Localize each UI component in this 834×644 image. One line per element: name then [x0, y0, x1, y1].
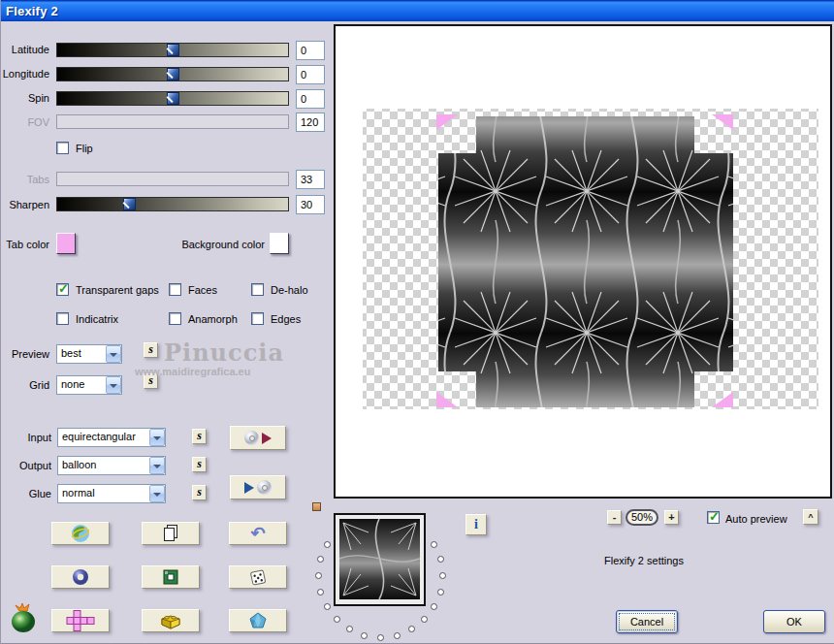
output-settings-button[interactable]: s: [192, 457, 207, 472]
planet-button[interactable]: [51, 522, 110, 545]
lego-brick-icon: [159, 611, 182, 630]
output-dropdown[interactable]: balloon: [57, 456, 166, 475]
zoom-level[interactable]: 50%: [626, 509, 658, 526]
indicatrix-checkbox[interactable]: [56, 312, 69, 325]
flexify-dialog: Flexify 2 Latitude 0 Longitude 0 Spin 0 …: [0, 0, 834, 644]
background-color-label: Background color: [174, 239, 265, 251]
latitude-slider-thumb[interactable]: [167, 44, 179, 56]
latitude-value[interactable]: 0: [296, 41, 325, 60]
lego-button[interactable]: [142, 609, 200, 632]
longitude-slider[interactable]: [56, 67, 289, 81]
glue-settings-button[interactable]: s: [192, 485, 207, 500]
titlebar[interactable]: Flexify 2: [1, 0, 834, 21]
dial-dot: [377, 634, 384, 641]
random-button[interactable]: [229, 565, 287, 589]
auto-preview-checkbox[interactable]: [707, 511, 720, 524]
input-dropdown-value: equirectangular: [62, 431, 136, 442]
output-dropdown-label: Output: [1, 460, 51, 472]
chevron-down-icon[interactable]: [106, 376, 121, 394]
background-color-swatch[interactable]: [270, 233, 289, 254]
ring-button[interactable]: [51, 565, 110, 589]
longitude-slider-thumb[interactable]: [167, 68, 179, 80]
preview-settings-button[interactable]: s: [144, 342, 158, 358]
status-text: Flexify 2 settings: [604, 555, 684, 566]
longitude-label: Longitude: [1, 68, 49, 80]
tabs-label: Tabs: [1, 174, 49, 186]
undo-button[interactable]: ↶: [229, 522, 287, 545]
spin-slider[interactable]: [56, 91, 289, 106]
transparent-gaps-checkbox[interactable]: [56, 283, 69, 296]
anamorph-label: Anamorph: [188, 313, 238, 326]
input-settings-button[interactable]: s: [192, 429, 207, 444]
anamorph-checkbox[interactable]: [169, 312, 181, 325]
faces-checkbox[interactable]: [169, 283, 181, 296]
ok-button[interactable]: OK: [763, 610, 825, 633]
preview-dropdown[interactable]: best: [56, 344, 122, 364]
chevron-down-icon[interactable]: [106, 345, 121, 363]
grid-dropdown-value: none: [61, 378, 84, 390]
unfolded-cube-icon: [66, 609, 95, 632]
dial-dot: [394, 632, 401, 639]
preview-dropdown-label: Preview: [1, 348, 49, 361]
window-title: Flexify 2: [6, 4, 58, 18]
sharpen-slider[interactable]: [56, 197, 289, 211]
glue-dropdown-value: normal: [62, 487, 95, 499]
flaming-pear-logo: [7, 601, 42, 636]
transparent-gaps-label: Transparent gaps: [76, 284, 159, 297]
dial-dot: [437, 556, 444, 563]
dial-dot: [431, 603, 437, 610]
zoom-out-button[interactable]: -: [607, 510, 622, 525]
tab-color-swatch[interactable]: [56, 233, 76, 254]
dial-dot: [334, 616, 340, 623]
dehalo-checkbox[interactable]: [251, 283, 264, 296]
unfold-button[interactable]: [51, 609, 110, 632]
spin-value[interactable]: 0: [296, 89, 325, 109]
chevron-down-icon[interactable]: [149, 457, 165, 474]
dial-dot: [315, 572, 322, 579]
disc-icon: [244, 431, 259, 445]
chevron-down-icon[interactable]: [149, 429, 165, 446]
sharpen-value[interactable]: 30: [296, 195, 325, 214]
zoom-in-button[interactable]: +: [664, 510, 679, 525]
info-button[interactable]: i: [465, 514, 487, 535]
glue-dropdown[interactable]: normal: [57, 484, 166, 503]
edges-checkbox[interactable]: [251, 312, 264, 325]
dial-dot: [408, 626, 415, 632]
save-image-button[interactable]: [230, 475, 286, 499]
watermark-site: www.maidiregrafica.eu: [135, 366, 250, 377]
preview-canvas[interactable]: [334, 24, 832, 499]
longitude-value[interactable]: 0: [296, 65, 325, 84]
cancel-button[interactable]: Cancel: [616, 610, 678, 633]
gem-button[interactable]: [229, 609, 287, 632]
play-right-red-icon: [262, 433, 272, 444]
indicatrix-label: Indicatrix: [76, 313, 118, 326]
tabs-value[interactable]: 33: [296, 170, 325, 189]
copy-button[interactable]: [142, 522, 200, 545]
input-dropdown[interactable]: equirectangular: [57, 428, 166, 447]
preview-dropdown-value: best: [61, 347, 81, 359]
flip-checkbox[interactable]: [56, 142, 69, 154]
fov-value[interactable]: 120: [296, 113, 325, 132]
pinuccia-watermark: Pinuccia: [164, 338, 284, 367]
spin-slider-thumb[interactable]: [167, 92, 179, 105]
grid-dropdown[interactable]: none: [56, 375, 122, 395]
dehalo-label: De-halo: [271, 284, 308, 297]
source-thumbnail-image: [339, 519, 420, 599]
fov-slider: [56, 114, 289, 129]
dial-dot: [317, 556, 324, 563]
collapse-button[interactable]: ^: [803, 509, 818, 525]
flip-label: Flip: [76, 143, 93, 155]
tabs-slider: [56, 172, 289, 186]
latitude-slider[interactable]: [56, 43, 289, 57]
ring-icon: [71, 567, 90, 587]
chevron-down-icon[interactable]: [149, 485, 165, 502]
chip-button[interactable]: [142, 565, 200, 589]
sharpen-slider-thumb[interactable]: [123, 198, 136, 210]
dial-handle[interactable]: [312, 502, 321, 511]
source-thumbnail[interactable]: [334, 513, 426, 606]
dial-dot: [324, 603, 331, 610]
output-dropdown-value: balloon: [62, 459, 96, 470]
sharpen-label: Sharpen: [1, 199, 49, 211]
undo-arrow-icon: ↶: [250, 525, 265, 542]
load-image-button[interactable]: [230, 426, 286, 450]
